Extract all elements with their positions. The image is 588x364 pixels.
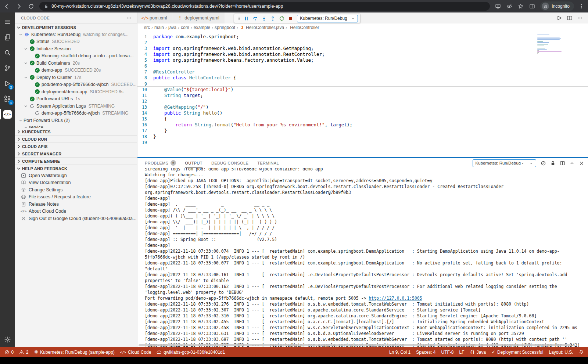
sidebar-item-file-issues-request-a-feature[interactable]: File issues / Request a feature [15,194,137,201]
maximize-panel-button[interactable] [569,161,575,166]
output-channel-select[interactable]: Kubernetes: Run/Debug - [473,159,536,167]
tree-item-running-skaffold-debug-v-info-port-forwa[interactable]: ✓Running: skaffold debug -v info --port-… [15,53,137,60]
status-keyboard-layout[interactable]: Layout: U.S. [549,350,573,355]
status-encoding[interactable]: UTF-8 [441,350,454,355]
breadcrumb-java[interactable]: java [168,25,176,30]
activity-extensions-button[interactable]: 1 [0,91,15,107]
horizontal-scrollbar[interactable] [139,344,571,346]
tree-item-deployment-demo-app[interactable]: ✓deployment/demo-appSUCCEEDED 8s [15,88,137,95]
activity-gear-button[interactable] [0,332,15,347]
tab-pom-xml[interactable]: </>pom.xml [137,12,172,24]
drag-handle-icon[interactable] [236,15,241,21]
panel-tab-debug-console[interactable]: DEBUG CONSOLE [211,158,248,168]
activity-explorer-button[interactable] [0,29,15,45]
port-forward-link[interactable]: http://127.0.0.1:5005 [369,296,422,301]
sidebar-section-cloud-run[interactable]: CLOUD RUN [15,135,137,143]
sidebar-section-development-sessions[interactable]: DEVELOPMENT SESSIONS [15,24,137,31]
more-button[interactable] [577,15,583,21]
tree-item-demo-app-5ffb7666dc-wjbch[interactable]: demo-app-5ffb7666dc-wjbchSTREAMING [15,110,137,117]
line-number: 14 [137,110,153,116]
sidebar-item-sign-out-of-google-cloud-student-00-5408[interactable]: Sign Out of Google Cloud (student-00-540… [15,215,137,222]
breadcrumb-main[interactable]: main [154,25,164,30]
status-error-count[interactable]: 0 [4,350,14,355]
log-line: [demo-app]2022-11-18 07:33:00.162 INFO 1… [145,284,584,295]
sidebar-item-open-walkthrough[interactable]: Open Walkthrough [15,172,137,179]
tree-item-demo-app[interactable]: ✓demo-appSUCCEEDED 20s [15,67,137,74]
breadcrumb-example[interactable]: example [194,25,210,30]
close-panel-button[interactable] [579,161,584,166]
lock-scroll-button[interactable] [550,161,556,166]
status-warning-count[interactable]: 2 [19,350,28,355]
tree-item-build-containers[interactable]: ✓Build Containers20s [15,60,137,67]
breadcrumb-springboot[interactable]: springboot [215,25,235,30]
step-out-button[interactable] [269,14,277,22]
clear-output-button[interactable] [541,161,546,166]
install-app-icon[interactable] [495,3,501,9]
panel-tab-problems[interactable]: PROBLEMS2 [145,158,176,168]
restart-button[interactable] [277,14,286,22]
sidebar-section-compute-engine[interactable]: COMPUTE ENGINE [15,157,137,165]
breadcrumb-hellocontroller[interactable]: HelloController [288,25,319,30]
browser-menu-icon[interactable] [578,3,584,9]
activity-menu-button[interactable] [0,14,15,29]
status-language-mode[interactable]: {}Java [470,350,486,355]
breadcrumb-hellocontroller-java[interactable]: JHelloController.java [240,25,284,30]
incognito-icon [543,4,548,9]
reload-button[interactable] [28,3,34,10]
activity-run-debug-button[interactable]: 2 [0,76,15,91]
sidebar-section-secret-manager[interactable]: SECRET MANAGER [15,150,137,157]
success-check-icon: ✓ [30,75,35,80]
star-icon[interactable] [518,3,524,9]
editor-group: </>pom.xml!deployment.yaml Kubernetes: R… [137,12,588,347]
activity-search-button[interactable] [0,45,15,60]
eye-off-icon[interactable] [506,3,512,9]
debug-profile-select[interactable]: Kubernetes: Run/Debug [297,15,358,22]
tab-deployment-yaml[interactable]: !deployment.yaml [172,12,225,24]
incognito-profile-chip[interactable]: Incognito [540,1,574,11]
activity-cloud-code-button[interactable]: </> [0,107,15,122]
sidebar-section-cloud-apis[interactable]: CLOUD APIS [15,143,137,150]
tree-item-portforward-urls[interactable]: ✓Portforward URLs1s [15,95,137,103]
split-button[interactable] [567,15,573,21]
address-bar[interactable]: 80-my-workstation.cluster-ug6zlz43wzeksw… [39,2,490,11]
code-editor[interactable]: 1package com.example.springboot;23import… [137,32,588,157]
status-eol[interactable]: LF [459,350,465,355]
status-cloud-code-status[interactable]: </>Cloud Code [120,350,151,355]
tree-item-pod-demo-app-5ffb7666dc-wjbch[interactable]: ✓pod/demo-app-5ffb7666dc-wjbchSUCCEED... [15,81,137,89]
back-button[interactable] [4,3,10,10]
forward-button[interactable] [16,3,22,10]
step-into-button[interactable] [260,14,268,22]
panel-tab-output[interactable]: OUTPUT [185,158,202,168]
breadcrumb-com[interactable]: com [181,25,189,30]
sidebar-item-change-settings[interactable]: Change Settings [15,186,137,194]
sidebar-item-view-documentation[interactable]: View Documentation [15,179,137,187]
sidebar-section-help-and-feedback[interactable]: HELP AND FEEDBACK [15,165,137,172]
breadcrumb-src[interactable]: src [144,25,150,30]
tree-item-initialize-session[interactable]: ✓Initialize Session [15,45,137,53]
more-actions-icon[interactable] [126,15,132,21]
sidebar-item-about-cloud-code[interactable]: </>About Cloud Code [15,208,137,215]
activity-source-control-button[interactable] [0,60,15,76]
step-over-button[interactable] [251,14,259,22]
side-panel-icon[interactable] [529,3,535,9]
stop-button[interactable] [286,14,294,22]
status-cursor-position[interactable]: Ln 9, Col 1 [389,350,410,355]
status-deployment-status[interactable]: ✓Deployment Successful [491,350,543,355]
minimap[interactable] [537,35,563,55]
panel-tab-terminal[interactable]: TERMINAL [257,158,279,168]
sidebar-item-release-notes[interactable]: Release Notes [15,201,137,208]
status-debug-session-status[interactable]: ☸Kubernetes: Run/Debug (sample-app) [34,350,114,355]
tree-item-service[interactable]: service [15,124,137,128]
tree-item-status[interactable]: ✓StatusSUCCEEDED [15,38,137,46]
status-notifications[interactable] [579,350,584,355]
pause-button[interactable] [242,14,250,22]
tree-item-stream-application-logs[interactable]: Stream Application LogsSTREAMING [15,102,137,110]
status-indentation[interactable]: Spaces: 4 [416,350,435,355]
status-gcp-project[interactable]: qwiklabs-gcp-01-036fe18401d1 [157,350,225,355]
play-button[interactable] [556,15,562,21]
tree-item-kubernetes-run-debug[interactable]: ☸Kubernetes: Run/Debugwatching for chang… [15,31,137,38]
tree-item-deploy-to-cluster[interactable]: ✓Deploy to Cluster17s [15,74,137,81]
split-panel-button[interactable] [560,161,565,166]
sidebar-section-kubernetes[interactable]: KUBERNETES [15,128,137,135]
tree-item-port-forward-urls-2[interactable]: Port Forward URLs (2) [15,117,137,124]
